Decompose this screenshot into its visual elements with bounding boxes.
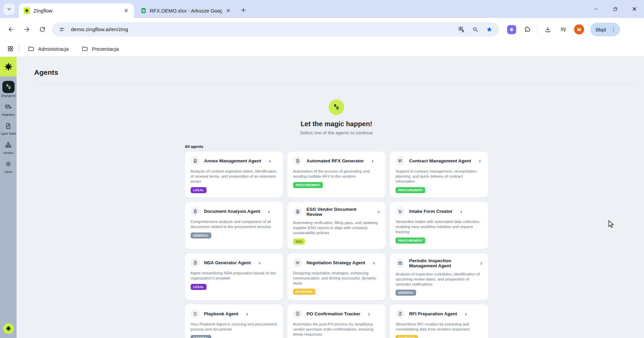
reload-button[interactable]	[34, 22, 50, 37]
agent-name: NDA Generator Agent	[204, 260, 251, 265]
agent-name: Intake Form Creator	[409, 209, 452, 214]
sidebar-item-magicbox[interactable]: MagicBox	[0, 102, 17, 116]
extensions-puzzle-icon[interactable]	[520, 23, 534, 36]
agent-name: Annex Management Agent	[204, 158, 261, 163]
zoom-icon[interactable]	[471, 26, 480, 33]
agent-card-header: Contract Management Agent›	[396, 156, 482, 165]
sidebar-nav: ZingAgentsMagicBoxAgent TasksVendorsAdmi…	[0, 76, 17, 174]
bookmarks-divider	[19, 45, 20, 52]
close-window-button[interactable]: ✕	[625, 0, 644, 18]
app-sidebar: ZingAgentsMagicBoxAgent TasksVendorsAdmi…	[0, 57, 17, 338]
agent-name: Playbook Agent	[204, 311, 239, 316]
agent-card[interactable]: Contract Management Agent›Support in con…	[390, 152, 488, 198]
bookmark-folder-prezentacja[interactable]: Prezentacja	[77, 43, 123, 54]
sidebar-item-admin[interactable]: Admin	[0, 159, 17, 174]
chevron-right-icon: ›	[479, 158, 481, 164]
document-lines-icon	[293, 207, 302, 216]
bookmark-label: Administracja	[38, 46, 69, 52]
media-controls-icon[interactable]	[556, 23, 570, 36]
new-tab-button[interactable]	[240, 7, 247, 14]
header-divider	[34, 84, 639, 84]
agent-name: Periodic Inspection Management Agent	[409, 258, 473, 268]
tab-title: RFX.DEMO.xlsx - Arkusze Goog	[150, 8, 222, 14]
zingflow-logo[interactable]	[0, 57, 17, 76]
agent-card-header: RFI Preparation Agent›	[396, 309, 482, 318]
agent-card[interactable]: Periodic Inspection Management Agent›Ana…	[390, 253, 488, 300]
restore-button[interactable]	[605, 0, 625, 18]
sidebar-item-label: Agent Tasks	[0, 132, 16, 135]
agent-card[interactable]: Negotiation Strategy Agent›Designing neg…	[287, 253, 385, 300]
extension-starburst-icon[interactable]	[507, 25, 516, 34]
sidebar-item-vendors[interactable]: Vendors	[0, 140, 17, 155]
bookmark-folder-administracja[interactable]: Administracja	[24, 43, 73, 54]
agent-card[interactable]: NDA Generator Agent›Agent streamlining N…	[185, 253, 283, 300]
agent-card[interactable]: PO Confirmation Tracker›Automates the po…	[287, 305, 385, 338]
bookmarks-bar: AdministracjaPrezentacja	[0, 41, 644, 57]
handshake-icon	[293, 258, 302, 267]
clipboard-check-icon	[293, 309, 302, 318]
agent-card[interactable]: ESG Vendor Document Review›Automating ve…	[287, 202, 385, 249]
chevron-right-icon: ›	[246, 311, 248, 317]
toolbar-divider	[537, 25, 538, 34]
section-label: All agents	[185, 144, 488, 149]
google-sheets-icon	[141, 8, 146, 14]
agent-name: Contract Management Agent	[409, 158, 471, 163]
agent-name: RFI Preparation Agent	[409, 311, 457, 316]
sidebar-item-zingagents[interactable]: ZingAgents	[0, 81, 17, 97]
minimize-button[interactable]	[586, 0, 605, 18]
tab-spreadsheet[interactable]: RFX.DEMO.xlsx - Arkusze Goog ✕	[136, 3, 236, 18]
admin-gear-icon	[2, 159, 15, 169]
tab-zingflow[interactable]: Zingflow ✕	[19, 3, 134, 18]
camera-icon	[396, 258, 405, 268]
agent-description: Streamline intake with automated data co…	[396, 219, 482, 234]
agent-tasks-icon	[2, 121, 15, 131]
agent-card[interactable]: Document Analysis Agent›Comprehensive an…	[185, 202, 283, 249]
agent-card[interactable]: RFI Preparation Agent›Streamlines RFI cr…	[390, 305, 488, 338]
agent-card[interactable]: Automated RFX Generator›Automation of th…	[287, 152, 385, 198]
route-icon	[191, 309, 200, 318]
apps-grid-icon[interactable]	[5, 43, 16, 54]
page-title: Agents	[34, 68, 639, 76]
vendors-icon	[2, 140, 15, 150]
agent-card[interactable]: Intake Form Creator›Streamline intake wi…	[390, 202, 488, 249]
sidebar-item-label: ZingAgents	[1, 94, 16, 97]
agent-card-header: Playbook Agent›	[191, 309, 277, 318]
magic-sparkles-icon	[329, 99, 344, 115]
close-tab-icon[interactable]: ✕	[123, 7, 129, 14]
agent-description: Automating verification, filling gaps, a…	[293, 220, 380, 235]
document-icon	[191, 207, 200, 216]
back-button[interactable]	[3, 22, 19, 37]
sidebar-item-agent-tasks[interactable]: Agent Tasks	[0, 121, 17, 135]
zing-agents-icon	[2, 81, 15, 93]
agent-card-header: Automated RFX Generator›	[293, 156, 380, 165]
profile-avatar[interactable]: M	[574, 24, 584, 35]
kebab-menu-icon[interactable]: ⋮	[609, 26, 619, 33]
sidebar-user-avatar[interactable]	[3, 323, 14, 334]
agent-card[interactable]: Playbook Agent›Your Playbook Agent in so…	[185, 305, 283, 338]
magic-box-icon	[2, 102, 15, 112]
sidebar-item-label: Vendors	[3, 151, 14, 155]
agent-card-header: Negotiation Strategy Agent›	[293, 258, 380, 267]
agent-card[interactable]: Annex Management Agent›Analysis of contr…	[185, 152, 283, 198]
agent-description: Agent streamlining NDA preparation based…	[191, 271, 277, 281]
folder-icon	[81, 45, 88, 52]
browser-menu-chip[interactable]: Błąd ⋮	[590, 23, 620, 36]
chevron-right-icon: ›	[460, 208, 462, 214]
chevron-right-icon: ›	[465, 311, 467, 317]
shopping-cart-icon	[396, 207, 405, 216]
downloads-icon[interactable]	[541, 23, 554, 36]
chevron-right-icon: ›	[373, 260, 375, 266]
tab-search-button[interactable]	[3, 3, 15, 15]
site-controls-icon[interactable]	[57, 26, 67, 33]
bookmark-star-icon[interactable]	[484, 26, 494, 33]
translate-icon[interactable]	[457, 26, 466, 33]
agent-description: Streamlines RFI creation by extracting a…	[396, 322, 482, 332]
agent-name: PO Confirmation Tracker	[307, 311, 360, 316]
browser-toolbar: demo.zingflow.ai/en/zing M Błąd ⋮	[0, 18, 644, 41]
document-info-icon	[396, 309, 405, 318]
forward-button[interactable]	[19, 22, 34, 37]
document-icon	[293, 156, 302, 165]
address-bar[interactable]: demo.zingflow.ai/en/zing	[52, 22, 499, 37]
agent-card-header: PO Confirmation Tracker›	[293, 309, 380, 318]
close-tab-icon[interactable]: ✕	[225, 7, 231, 14]
